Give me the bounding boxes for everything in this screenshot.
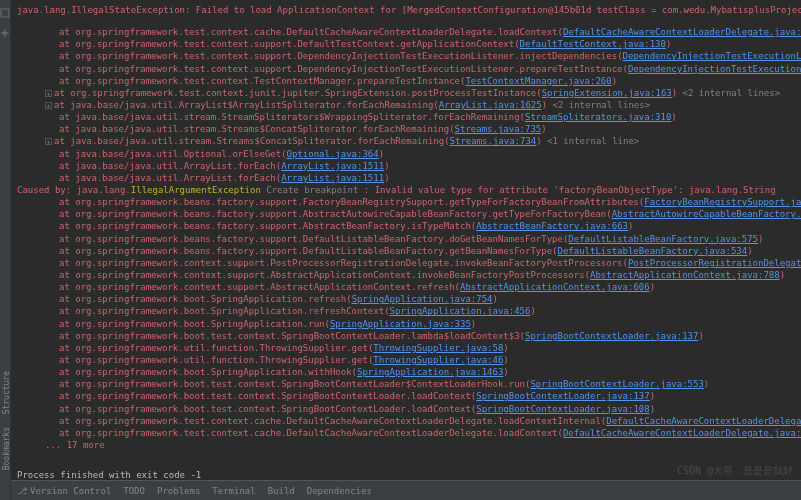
source-link[interactable]: ThrowingSupplier.java:46: [373, 355, 503, 365]
frame-method: org.springframework.test.context.support…: [75, 39, 514, 49]
stack-frame: at org.springframework.beans.factory.sup…: [17, 196, 801, 208]
source-link[interactable]: AbstractApplicationContext.java:788: [590, 270, 780, 280]
source-link[interactable]: DefaultListableBeanFactory.java:575: [568, 234, 758, 244]
source-link[interactable]: ArrayList.java:1511: [281, 173, 384, 183]
stack-frame: at org.springframework.boot.test.context…: [17, 330, 801, 342]
caused-by-msg: : Invalid value type for attribute 'fact…: [358, 185, 775, 195]
source-link[interactable]: SpringApplication.java:335: [330, 319, 471, 329]
frame-at: at: [59, 76, 75, 86]
source-link[interactable]: DefaultListableBeanFactory.java:534: [558, 246, 748, 256]
structure-tab[interactable]: Structure: [0, 365, 13, 420]
source-link[interactable]: DependencyInjectionTestExecutionListener…: [628, 64, 801, 74]
stack-frame: at org.springframework.test.context.cach…: [17, 26, 801, 38]
status-bar: ⎇ Version Control TODO Problems Terminal…: [11, 480, 801, 500]
frame-at: at: [59, 173, 75, 183]
fold-summary[interactable]: <2 internal lines>: [683, 88, 781, 98]
source-link[interactable]: PostProcessorRegistrationDelegate.java:1…: [628, 258, 801, 268]
source-link[interactable]: SpringBootContextLoader.java:137: [525, 331, 698, 341]
stack-frame: at org.springframework.beans.factory.sup…: [17, 220, 801, 232]
version-control-tab[interactable]: ⎇ Version Control: [17, 486, 111, 496]
source-link[interactable]: Optional.java:364: [287, 149, 379, 159]
source-link[interactable]: SpringApplication.java:456: [390, 306, 531, 316]
frame-at: at: [59, 39, 75, 49]
problems-tab[interactable]: Problems: [157, 486, 200, 496]
source-link[interactable]: DefaultCacheAwareContextLoaderDelegate.j…: [563, 27, 801, 37]
stack-frame: +at org.springframework.test.context.jun…: [17, 87, 801, 99]
terminal-tab[interactable]: Terminal: [212, 486, 255, 496]
frame-at: at: [59, 404, 75, 414]
stack-frame: at org.springframework.test.context.supp…: [17, 50, 801, 62]
branch-icon: ⎇: [17, 486, 27, 496]
source-link[interactable]: SpringApplication.java:1463: [357, 367, 503, 377]
source-link[interactable]: Streams.java:734: [450, 136, 537, 146]
pin-icon[interactable]: [0, 28, 10, 38]
frame-at: at: [59, 64, 75, 74]
frame-at: at: [59, 355, 75, 365]
source-link[interactable]: SpringExtension.java:163: [542, 88, 672, 98]
source-link[interactable]: DefaultTestContext.java:130: [520, 39, 666, 49]
fold-icon[interactable]: +: [45, 90, 52, 97]
frame-at: at: [59, 234, 75, 244]
stack-frame: at org.springframework.util.function.Thr…: [17, 354, 801, 366]
stack-frame: at org.springframework.context.support.A…: [17, 269, 801, 281]
stack-frame: at org.springframework.test.context.cach…: [17, 427, 801, 439]
frame-method: org.springframework.util.function.Throwi…: [75, 355, 368, 365]
source-link[interactable]: StreamSpliterators.java:310: [525, 112, 671, 122]
frame-method: java.base/java.util.ArrayList.forEach: [75, 173, 275, 183]
source-link[interactable]: SpringBootContextLoader.java:137: [476, 391, 649, 401]
source-link[interactable]: Streams.java:735: [455, 124, 542, 134]
source-link[interactable]: SpringBootContextLoader.java:553: [530, 379, 703, 389]
dependencies-tab[interactable]: Dependencies: [307, 486, 372, 496]
stack-frame: at org.springframework.context.support.A…: [17, 281, 801, 293]
source-link[interactable]: DefaultCacheAwareContextLoaderDelegate.j…: [563, 428, 801, 438]
stack-frame: at org.springframework.boot.test.context…: [17, 390, 801, 402]
source-link[interactable]: FactoryBeanRegistrySupport.java:86: [644, 197, 801, 207]
frame-method: org.springframework.context.support.Post…: [75, 258, 622, 268]
create-breakpoint-link[interactable]: Create breakpoint: [266, 185, 358, 195]
stack-frame: at org.springframework.boot.SpringApplic…: [17, 366, 801, 378]
stack-frame: at org.springframework.boot.SpringApplic…: [17, 305, 801, 317]
source-link[interactable]: AbstractApplicationContext.java:606: [460, 282, 650, 292]
gutter-icon[interactable]: [0, 8, 10, 18]
stack-frame: at java.base/java.util.ArrayList.forEach…: [17, 172, 801, 184]
stack-frame: +at java.base/java.util.ArrayList$ArrayL…: [17, 99, 801, 111]
frame-method: org.springframework.boot.SpringApplicati…: [75, 319, 324, 329]
bookmarks-tab[interactable]: Bookmarks: [0, 421, 13, 476]
source-link[interactable]: SpringApplication.java:754: [352, 294, 493, 304]
fold-summary[interactable]: <2 internal lines>: [553, 100, 651, 110]
frame-method: org.springframework.test.context.cache.D…: [75, 428, 557, 438]
source-link[interactable]: TestContextManager.java:260: [465, 76, 611, 86]
frame-method: org.springframework.boot.SpringApplicati…: [75, 306, 384, 316]
source-link[interactable]: AbstractAutowireCapableBeanFactory.java:…: [612, 209, 801, 219]
source-link[interactable]: ThrowingSupplier.java:58: [373, 343, 503, 353]
source-link[interactable]: DefaultCacheAwareContextLoaderDelegate.j…: [606, 416, 801, 426]
source-link[interactable]: ArrayList.java:1511: [281, 161, 384, 171]
frame-method: org.springframework.test.context.TestCon…: [75, 76, 460, 86]
todo-tab[interactable]: TODO: [123, 486, 145, 496]
fold-summary[interactable]: <1 internal line>: [547, 136, 639, 146]
tool-window-gutter: Structure Bookmarks: [0, 0, 11, 500]
vertical-tabs: Structure Bookmarks: [0, 365, 13, 476]
source-link[interactable]: DependencyInjectionTestExecutionListener…: [623, 51, 801, 61]
stack-more: ... 17 more: [17, 439, 801, 451]
frame-at: at: [54, 136, 70, 146]
frame-method: org.springframework.beans.factory.suppor…: [75, 221, 471, 231]
source-link[interactable]: ArrayList.java:1625: [439, 100, 542, 110]
stack-frame: at org.springframework.test.context.supp…: [17, 63, 801, 75]
stack-frame: at java.base/java.util.Optional.orElseGe…: [17, 148, 801, 160]
frame-method: org.springframework.util.function.Throwi…: [75, 343, 368, 353]
stack-frame: +at java.base/java.util.stream.Streams$C…: [17, 135, 801, 147]
frame-method: org.springframework.boot.SpringApplicati…: [75, 367, 351, 377]
stack-frame: at java.base/java.util.ArrayList.forEach…: [17, 160, 801, 172]
frame-method: java.base/java.util.Optional.orElseGet: [75, 149, 281, 159]
frame-at: at: [59, 282, 75, 292]
frame-at: at: [59, 294, 75, 304]
build-tab[interactable]: Build: [268, 486, 295, 496]
fold-icon[interactable]: +: [45, 102, 52, 109]
fold-icon[interactable]: +: [45, 138, 52, 145]
frame-method: org.springframework.context.support.Abst…: [75, 282, 454, 292]
source-link[interactable]: SpringBootContextLoader.java:108: [476, 404, 649, 414]
source-link[interactable]: AbstractBeanFactory.java:663: [476, 221, 628, 231]
frame-at: at: [59, 270, 75, 280]
stack-frame: at org.springframework.boot.test.context…: [17, 378, 801, 390]
